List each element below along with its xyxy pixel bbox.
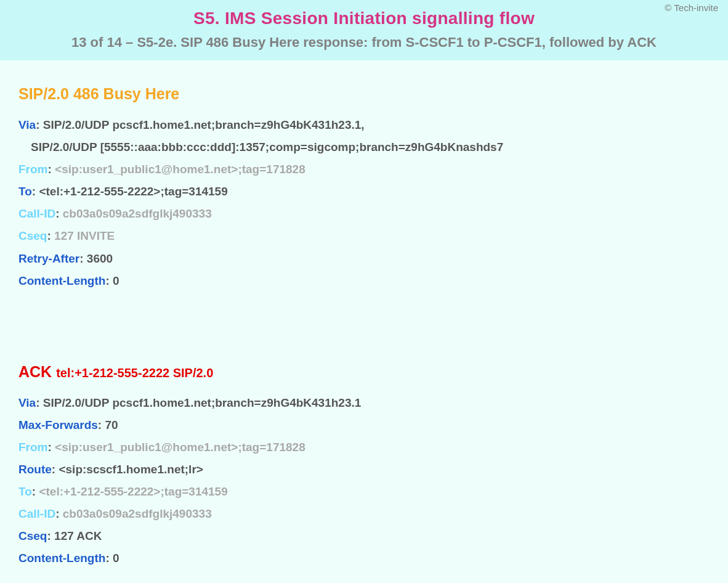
ack-from-label: From: [18, 441, 48, 454]
route-header: Route: <sip:scscf1.home1.net;lr>: [18, 459, 710, 481]
ack-to-value: <tel:+1-212-555-2222>;tag=314159: [39, 485, 227, 498]
to-value: <tel:+1-212-555-2222>;tag=314159: [39, 185, 227, 198]
retry-after-header: Retry-After: 3600: [18, 248, 710, 270]
document-header: © Tech-invite S5. IMS Session Initiation…: [0, 0, 728, 60]
from-label: From: [18, 163, 48, 176]
ack-via-header: Via: SIP/2.0/UDP pcscf1.home1.net;branch…: [18, 392, 710, 414]
ack-from-value: <sip:user1_public1@home1.net>;tag=171828: [55, 441, 305, 454]
ack-cseq-label: Cseq: [18, 529, 47, 542]
cseq-value: 127 INVITE: [54, 229, 115, 242]
spacer: [18, 292, 710, 363]
ack-uri: tel:+1-212-555-2222 SIP/2.0: [56, 366, 213, 380]
via-header-line2: SIP/2.0/UDP [5555::aaa:bbb:ccc:ddd]:1357…: [18, 136, 710, 158]
page-title: S5. IMS Session Initiation signalling fl…: [12, 6, 716, 28]
document-body: SIP/2.0 486 Busy Here Via: SIP/2.0/UDP p…: [0, 60, 728, 583]
retry-after-label: Retry-After: [18, 252, 79, 265]
content-length-header: Content-Length: 0: [18, 270, 710, 292]
content-length-value: 0: [113, 274, 119, 287]
to-label: To: [18, 185, 32, 198]
copyright-label: © Tech-invite: [665, 2, 718, 13]
from-header: From: <sip:user1_public1@home1.net>;tag=…: [18, 158, 710, 181]
sip-response-block: SIP/2.0 486 Busy Here Via: SIP/2.0/UDP p…: [18, 85, 710, 292]
ack-to-label: To: [18, 485, 32, 498]
via-label: Via: [18, 118, 36, 131]
ack-callid-label: Call-ID: [18, 507, 55, 520]
ack-from-header: From: <sip:user1_public1@home1.net>;tag=…: [18, 436, 710, 459]
page-subtitle: 13 of 14 – S5-2e. SIP 486 Busy Here resp…: [12, 35, 716, 51]
ack-callid-value: cb03a0s09a2sdfglkj490333: [63, 507, 212, 520]
retry-after-value: 3600: [87, 252, 113, 265]
route-value: <sip:scscf1.home1.net;lr>: [59, 463, 203, 476]
sip-response-title: SIP/2.0 486 Busy Here: [18, 85, 710, 103]
ack-callid-header: Call-ID: cb03a0s09a2sdfglkj490333: [18, 503, 710, 525]
max-forwards-header: Max-Forwards: 70: [18, 414, 710, 436]
ack-request-title: ACK tel:+1-212-555-2222 SIP/2.0: [18, 363, 710, 381]
via-header-line1: Via: SIP/2.0/UDP pcscf1.home1.net;branch…: [18, 114, 710, 136]
ack-cseq-header: Cseq: 127 ACK: [18, 525, 710, 547]
route-label: Route: [18, 463, 52, 476]
to-header: To: <tel:+1-212-555-2222>;tag=314159: [18, 181, 710, 203]
cseq-header: Cseq: 127 INVITE: [18, 225, 710, 247]
content-length-label: Content-Length: [18, 274, 105, 287]
ack-cseq-value: 127 ACK: [54, 529, 102, 542]
via-value-1: SIP/2.0/UDP pcscf1.home1.net;branch=z9hG…: [43, 118, 365, 131]
from-value: <sip:user1_public1@home1.net>;tag=171828: [55, 163, 305, 176]
ack-via-value: SIP/2.0/UDP pcscf1.home1.net;branch=z9hG…: [43, 396, 362, 409]
ack-content-length-label: Content-Length: [18, 552, 105, 565]
cseq-label: Cseq: [18, 229, 47, 242]
ack-content-length-header: Content-Length: 0: [18, 547, 710, 569]
document-page: © Tech-invite S5. IMS Session Initiation…: [0, 0, 728, 583]
max-forwards-label: Max-Forwards: [18, 418, 98, 431]
ack-content-length-value: 0: [113, 552, 119, 565]
ack-method: ACK: [18, 363, 52, 380]
callid-label: Call-ID: [18, 207, 55, 220]
max-forwards-value: 70: [105, 418, 118, 431]
callid-value: cb03a0s09a2sdfglkj490333: [63, 207, 212, 220]
via-value-2: SIP/2.0/UDP [5555::aaa:bbb:ccc:ddd]:1357…: [31, 141, 503, 153]
ack-to-header: To: <tel:+1-212-555-2222>;tag=314159: [18, 481, 710, 503]
callid-header: Call-ID: cb03a0s09a2sdfglkj490333: [18, 203, 710, 225]
ack-request-block: ACK tel:+1-212-555-2222 SIP/2.0 Via: SIP…: [18, 363, 710, 570]
ack-via-label: Via: [18, 396, 36, 409]
